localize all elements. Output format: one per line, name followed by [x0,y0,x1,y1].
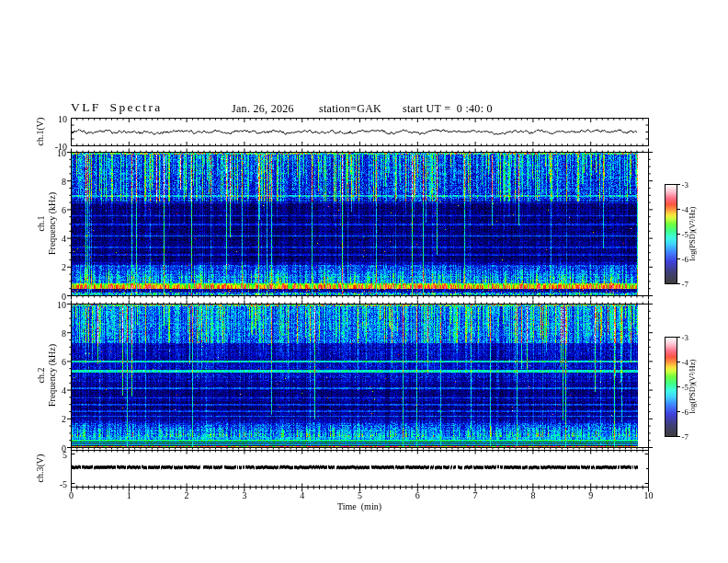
plot-canvas [0,0,728,563]
colorbar1-tick-label: -6 [682,255,689,264]
time-xtick-label: 8 [530,490,535,500]
colorbar1-label: log(PSD)(V²/Hz) [688,207,697,261]
ch2-spectrogram-ytick-label: 8 [62,327,66,338]
ch2-spectrogram-ytick-label: 4 [62,385,66,396]
ch1-frequency-axis-label: ch.1 Frequency (kHz) [36,192,57,255]
ch2-spectrogram-ytick-label: 6 [62,356,66,366]
colorbar2-tick-label: -6 [682,408,689,417]
ch2-frequency-axis-label-line2: Frequency (kHz) [46,344,57,407]
time-xtick-label: 10 [644,490,654,500]
colorbar2-tick-label: -7 [682,432,689,442]
time-axis-label: Time (min) [337,501,381,511]
ch1-spectrogram-ytick-label: 6 [62,204,66,214]
ch2-frequency-axis-label: ch.2 Frequency (kHz) [36,344,57,407]
figure-title: VLF Spectra [71,100,163,115]
ch1-frequency-axis-label-line2: Frequency (kHz) [46,192,57,255]
ch1-spectrogram-ytick-label: 4 [62,234,66,244]
ch2-spectrogram-ytick-label: 2 [62,414,66,424]
ch3-waveform-ytick-label: 5 [63,449,67,459]
ch2-spectrogram-ytick-label: 10 [57,299,66,309]
time-xtick-label: 6 [415,490,420,500]
vlf-spectra-figure: VLF Spectra Jan. 26, 2026 station=GAK st… [0,0,728,563]
ch3-voltage-axis-label: ch.3(V) [35,454,45,483]
date-label: Jan. 26, 2026 [232,102,294,116]
colorbar1-tick-label: -3 [682,180,689,190]
time-xtick-label: 2 [185,490,189,500]
ch3-waveform-ytick-label: -5 [60,478,67,488]
time-xtick-label: 4 [300,490,304,500]
colorbar1-tick-label: -7 [682,280,689,289]
time-xtick-label: 3 [242,490,246,500]
time-xtick-label: 7 [473,490,478,500]
colorbar2-label: log(PSD)(V²/Hz) [688,360,697,414]
ch1-frequency-axis-label-line1: ch.1 [36,192,47,255]
time-xtick-label: 9 [588,490,593,500]
time-xtick-label: 1 [127,490,131,500]
time-xtick-label: 5 [358,490,362,500]
ch1-spectrogram-ytick-label: 2 [62,262,66,272]
start-ut-label: start UT = 0 :40: 0 [403,102,493,116]
ch1-voltage-axis-label: ch.1(V) [35,118,45,146]
colorbar2-tick-label: -3 [682,333,689,342]
station-label: station=GAK [319,102,381,116]
ch1-spectrogram-ytick-label: 10 [57,147,66,157]
colorbar2-tick-label: -4 [682,358,689,367]
colorbar1-tick-label: -5 [682,230,689,239]
ch1-spectrogram-ytick-label: 8 [62,176,66,186]
colorbar1-tick-label: -4 [682,205,689,214]
time-xtick-label: 0 [69,490,74,500]
ch2-frequency-axis-label-line1: ch.2 [36,344,47,407]
colorbar2-tick-label: -5 [682,383,689,392]
ch1-waveform-ytick-label: 10 [58,113,67,123]
